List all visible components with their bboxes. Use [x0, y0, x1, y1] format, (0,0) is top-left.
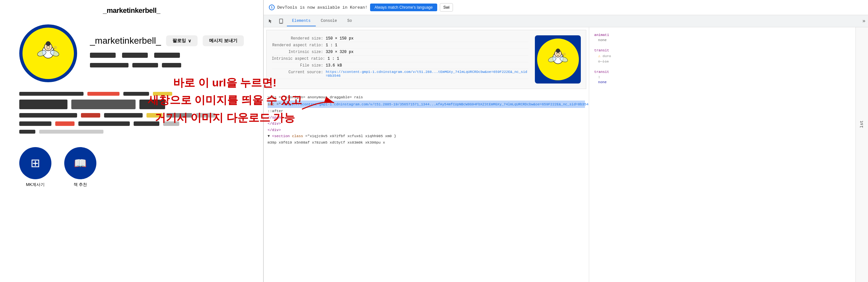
device-tool-icon[interactable]	[277, 17, 286, 26]
book-icon-circle[interactable]: 📖	[64, 147, 96, 179]
transition2-property: transit	[594, 69, 850, 74]
blurred-stats	[90, 53, 244, 58]
profile-username: _marketinkerbell_	[90, 36, 161, 46]
current-source-link[interactable]: https://scontent-gmp1-1.cdninstagram.com…	[326, 70, 528, 78]
intrinsic-size-value: 320 × 320 px	[326, 50, 353, 54]
tab-elements[interactable]: Elements	[287, 16, 316, 26]
html-line-close-div-2: </div>	[268, 127, 585, 133]
icon-label-2: 책 추천	[73, 182, 87, 188]
chevron-down-icon: ∨	[188, 38, 191, 43]
instagram-profile-panel: _marketinkerbell_	[0, 0, 264, 282]
warning-icon: ⚠	[598, 54, 600, 59]
bottom-icons-section: ⊞ MK계사기 📖 책 추천	[0, 147, 263, 188]
expand-icon[interactable]: »	[862, 18, 865, 24]
html-line-close-span: </span>	[268, 114, 585, 121]
intrinsic-aspect-label: Intrinsic aspect ratio:	[272, 57, 325, 61]
cursor-tool-icon[interactable]	[266, 17, 275, 26]
page-title: _marketinkerbell_	[103, 6, 160, 15]
devtools-toolbar: Elements Console So »	[264, 15, 868, 27]
styles-panel: animati none transit ⚠ dura	[589, 27, 856, 282]
transition-0-lim: 0 lim	[594, 59, 850, 64]
html-line-selected[interactable]: src =" https://scontent-gmp1-1.cdninstag…	[268, 100, 585, 108]
stat-block-1	[90, 53, 116, 58]
intrinsic-aspect-value: 1 : 1	[328, 57, 339, 61]
tab-console[interactable]: Console	[316, 16, 342, 26]
rendered-aspect-value: 1 : 1	[326, 43, 337, 48]
grid-icon: ⊞	[31, 156, 40, 170]
colon-value: :	[594, 74, 850, 80]
devtools-panel: i DevTools is now available in Korean! A…	[264, 0, 868, 282]
preview-avatar-illustration	[544, 45, 572, 74]
image-info-table: Rendered size: 150 × 150 px Rendered asp…	[272, 35, 528, 79]
elements-panel: Rendered size: 150 × 150 px Rendered asp…	[264, 27, 589, 282]
current-source-row: Current source: https://scontent-gmp1-1.…	[272, 69, 528, 79]
avatar-inner	[23, 28, 74, 79]
switch-button[interactable]: Swi	[440, 3, 453, 11]
icon-label-1: MK계사기	[26, 182, 45, 188]
none-value: none	[594, 80, 850, 85]
bio-line-1	[90, 63, 244, 67]
svg-point-4	[46, 46, 48, 48]
grid-icon-circle[interactable]: ⊞	[19, 147, 52, 179]
preview-image-inner	[537, 38, 579, 80]
html-line-section-cont: m39p x9f619 x5n08af x78zum5 xdt5ytf xs83…	[268, 139, 585, 146]
rendered-aspect-row: Rendered aspect ratio: 1 : 1	[272, 42, 528, 49]
devtools-body: Rendered size: 150 × 150 px Rendered asp…	[264, 27, 868, 282]
bio-text-2	[132, 63, 158, 67]
svg-point-5	[49, 46, 50, 48]
profile-avatar	[19, 24, 77, 82]
image-preview-box: Rendered size: 150 × 150 px Rendered asp…	[266, 30, 586, 89]
svg-rect-12	[280, 23, 282, 23]
info-icon: i	[269, 4, 275, 10]
svg-point-16	[556, 49, 560, 53]
file-size-label: File size:	[272, 63, 323, 68]
stat-block-2	[122, 53, 148, 58]
html-line-close-div-1: </div>	[268, 120, 585, 127]
content-line-5	[19, 130, 244, 134]
content-line-2	[19, 100, 244, 109]
side-label: lst	[859, 120, 864, 128]
svg-rect-11	[279, 19, 283, 24]
html-code-view: ycjs = "ssorigin= anonymous draggable= r…	[264, 92, 589, 148]
preview-image	[535, 35, 581, 84]
html-line-1: ycjs = "ssorigin= anonymous draggable= r…	[268, 94, 585, 100]
message-button[interactable]: 메시지 보내기	[203, 35, 244, 46]
content-line-1	[19, 92, 244, 96]
bio-text-3	[162, 63, 181, 67]
devtools-notification: i DevTools is now available in Korean! A…	[264, 0, 868, 15]
styles-section-1: animati none transit ⚠ dura	[592, 30, 853, 87]
avatar-illustration	[32, 37, 64, 69]
match-language-button[interactable]: Always match Chrome's language	[370, 3, 437, 11]
src-link[interactable]: https://scontent-gmp1-1.cdninstagram.com…	[283, 102, 589, 106]
side-label-panel: lst	[856, 27, 868, 282]
book-icon: 📖	[74, 157, 87, 169]
html-line-section: ▼ <section class ="x1qjc9v5 x972fbf xcfu…	[268, 133, 585, 139]
profile-content	[0, 92, 263, 137]
file-size-value: 13.6 kB	[326, 63, 342, 68]
svg-point-17	[556, 53, 557, 54]
html-line-after: ::after	[268, 108, 585, 114]
rendered-size-value: 150 × 150 px	[326, 36, 353, 41]
svg-point-22	[563, 53, 565, 55]
bio-text-1	[90, 63, 128, 67]
content-line-4	[19, 121, 244, 126]
intrinsic-aspect-row: Intrinsic aspect ratio: 1 : 1	[272, 56, 528, 62]
svg-point-9	[54, 46, 57, 49]
rendered-size-label: Rendered size:	[272, 36, 323, 41]
stat-block-3	[154, 53, 180, 58]
transition1-property: transit	[594, 48, 850, 53]
content-line-3	[19, 113, 244, 118]
rendered-aspect-label: Rendered aspect ratio:	[272, 43, 323, 48]
current-source-label: Current source:	[272, 70, 323, 78]
file-size-row: File size: 13.6 kB	[272, 62, 528, 69]
profile-section: _marketinkerbell_ 팔로잉 ∨ 메시지 보내기	[0, 24, 263, 82]
icon-item-1: ⊞ MK계사기	[19, 147, 52, 188]
animation-value-row: none	[594, 38, 850, 43]
transition1-value: ⚠ dura	[594, 53, 850, 59]
intrinsic-size-label: Intrinsic size:	[272, 50, 323, 54]
icon-item-2: 📖 책 추천	[64, 147, 96, 188]
intrinsic-size-row: Intrinsic size: 320 × 320 px	[272, 49, 528, 56]
follow-button[interactable]: 팔로잉 ∨	[166, 35, 197, 46]
tab-sources[interactable]: So	[342, 16, 357, 26]
notification-text: DevTools is now available in Korean!	[277, 5, 368, 10]
